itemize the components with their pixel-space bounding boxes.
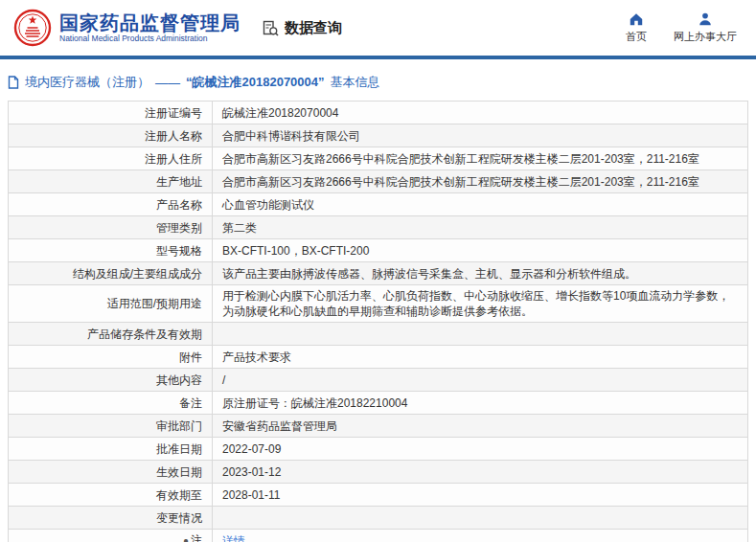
data-query-label: 数据查询 [285,19,342,37]
row-value: 安徽省药品监督管理局 [213,415,748,438]
table-row: 注册证编号 皖械注准20182070004 [9,102,748,124]
row-value [213,507,748,530]
table-row: 适用范围/预期用途 用于检测心内膜下心肌活力率、心肌负荷指数、中心动脉收缩压、增… [9,285,748,323]
page-title-number: “皖械注准20182070004” [186,74,325,91]
header-divider [0,56,756,59]
table-row: 批准日期 2022-07-09 [9,438,748,461]
home-icon [629,11,644,27]
document-icon [8,76,19,89]
data-query-section[interactable]: 数据查询 [262,19,342,37]
table-row: 生效日期 2023-01-12 [9,461,748,484]
row-label: 生产地址 [9,170,213,193]
national-emblem-icon [13,9,52,47]
page: 国家药品监督管理局 National Medical Products Admi… [0,0,756,542]
table-row: 附件 产品技术要求 [9,346,748,369]
row-label: 附件 [9,346,213,369]
row-label: 结构及组成/主要组成成分 [9,262,213,285]
row-value: 皖械注准20182070004 [213,102,748,124]
table-row: 审批部门 安徽省药品监督管理局 [9,415,748,438]
row-label: 批准日期 [9,438,213,461]
user-icon [698,11,713,27]
row-label-text: 生产地址 [156,175,202,189]
row-label: 注册人住所 [9,147,213,170]
row-label: 产品储存条件及有效期 [9,323,213,346]
table-row: 注册人住所 合肥市高新区习友路2666号中科院合肥技术创新工程院研发楼主楼二层2… [9,147,748,170]
row-label-text: 审批部门 [156,419,202,433]
page-title-prefix: 境内医疗器械（注册） [25,74,149,91]
row-label: 注册人名称 [9,124,213,147]
row-value: 产品技术要求 [213,346,748,369]
row-value: 2022-07-09 [213,438,748,461]
brand-logo[interactable]: 国家药品监督管理局 National Medical Products Admi… [13,9,241,47]
table-row: 型号规格 BX-CFTI-100，BX-CFTI-200 [9,239,748,262]
nav-service-hall-label: 网上办事大厅 [674,30,737,44]
row-value: 2023-01-12 [213,461,748,484]
row-value [213,323,748,346]
row-label: ●注 [9,530,213,542]
row-label-text: 注册人住所 [145,152,202,166]
table-row: 生产地址 合肥市高新区习友路2666号中科院合肥技术创新工程院研发楼主楼二层20… [9,170,748,193]
row-value: 合肥市高新区习友路2666号中科院合肥技术创新工程院研发楼主楼二层201-203… [213,170,748,193]
row-label-text: 管理类别 [156,221,202,235]
org-name-en: National Medical Products Administration [59,34,241,44]
row-label: 变更情况 [9,507,213,530]
info-table-body: 注册证编号 皖械注准20182070004 注册人名称 合肥中科博谐科技有限公司… [9,102,748,542]
table-row: 备注 原注册证号：皖械注准20182210004 [9,392,748,415]
table-row: 注册人名称 合肥中科博谐科技有限公司 [9,124,748,147]
row-label-text: 结构及组成/主要组成成分 [73,267,202,281]
row-label-text: 其他内容 [156,373,202,387]
row-label: 其他内容 [9,369,213,392]
nav-home[interactable]: 首页 [626,11,647,44]
row-value: 2028-01-11 [213,484,748,507]
row-label: 管理类别 [9,216,213,239]
table-row: 其他内容 / [9,369,748,392]
page-title-separator: —— [155,76,180,90]
detail-link[interactable]: 详情 [222,534,245,542]
row-label-text: 备注 [179,396,202,410]
row-value: 该产品主要由脉搏波传感器、脉搏波信号采集盒、主机、显示器和分析软件组成。 [213,262,748,285]
row-label-text: 有效期至 [156,488,202,502]
row-label: 有效期至 [9,484,213,507]
row-value: 用于检测心内膜下心肌活力率、心肌负荷指数、中心动脉收缩压、增长指数等10项血流动… [213,285,748,323]
row-label: 审批部门 [9,415,213,438]
table-row: 产品储存条件及有效期 [9,323,748,346]
page-title-suffix: 基本信息 [331,74,380,91]
brand-text: 国家药品监督管理局 National Medical Products Admi… [59,12,241,44]
row-value: 合肥中科博谐科技有限公司 [213,124,748,147]
row-label-text: 适用范围/预期用途 [107,297,202,310]
row-label-text: 注册人名称 [145,129,202,143]
row-value: 合肥市高新区习友路2666号中科院合肥技术创新工程院研发楼主楼二层201-203… [213,147,748,170]
row-label-text: 生效日期 [156,465,202,479]
row-label-text: 变更情况 [156,511,202,525]
row-label: 备注 [9,392,213,415]
org-name-cn: 国家药品监督管理局 [59,12,241,34]
header: 国家药品监督管理局 National Medical Products Admi… [0,0,756,56]
table-row: ●注 详情 [9,530,748,542]
nav-service-hall[interactable]: 网上办事大厅 [674,11,737,44]
row-label-text: 注 [191,533,202,542]
row-label-text: 批准日期 [156,442,202,456]
row-label: 适用范围/预期用途 [9,285,213,323]
row-value: 原注册证号：皖械注准20182210004 [213,392,748,415]
row-label-text: 型号规格 [156,244,202,258]
top-nav: 首页 网上办事大厅 [626,11,743,44]
info-table: 注册证编号 皖械注准20182070004 注册人名称 合肥中科博谐科技有限公司… [8,101,748,542]
row-value: BX-CFTI-100，BX-CFTI-200 [213,239,748,262]
data-query-icon [262,20,279,35]
row-label: 产品名称 [9,193,213,216]
table-row: 变更情况 [9,507,748,530]
row-label-text: 附件 [179,350,202,364]
nav-home-label: 首页 [626,30,647,44]
row-label-text: 注册证编号 [145,106,202,120]
row-label-text: 产品名称 [156,198,202,212]
row-value: 第二类 [213,216,748,239]
row-value: 心血管功能测试仪 [213,193,748,216]
row-label-text: 产品储存条件及有效期 [87,327,202,341]
row-value: / [213,369,748,392]
table-row: 有效期至 2028-01-11 [9,484,748,507]
row-label: 型号规格 [9,239,213,262]
table-row: 结构及组成/主要组成成分 该产品主要由脉搏波传感器、脉搏波信号采集盒、主机、显示… [9,262,748,285]
table-row: 产品名称 心血管功能测试仪 [9,193,748,216]
row-value: 详情 [213,530,748,542]
page-title: 境内医疗器械（注册） —— “皖械注准20182070004” 基本信息 [8,74,748,91]
